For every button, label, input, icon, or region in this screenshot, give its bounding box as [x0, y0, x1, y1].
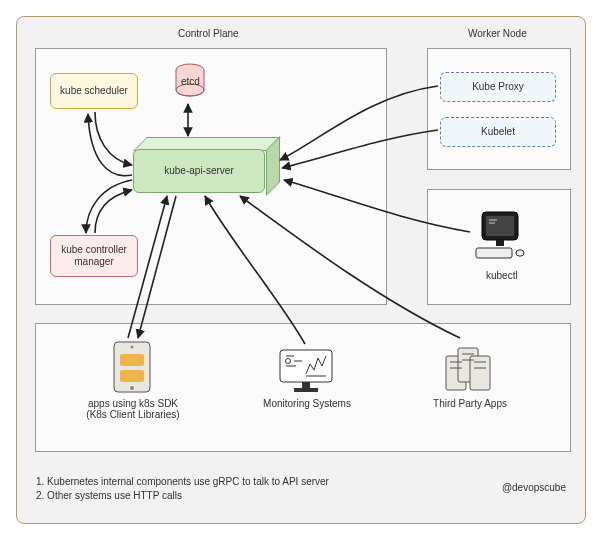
- svg-rect-12: [120, 370, 144, 382]
- tablet-icon: [110, 340, 154, 396]
- svg-rect-6: [496, 240, 504, 246]
- svg-rect-24: [470, 356, 490, 390]
- kube-api-server-box: kube-api-server: [133, 149, 265, 193]
- kubelet-label: Kubelet: [481, 126, 515, 138]
- worker-node-title: Worker Node: [468, 28, 527, 39]
- svg-rect-8: [516, 250, 524, 256]
- kube-scheduler-box: kube scheduler: [50, 73, 138, 109]
- etcd-label: etcd: [181, 76, 200, 87]
- sdk-label-1: apps using k8s SDK: [88, 398, 178, 409]
- sdk-label: apps using k8s SDK (K8s Client Libraries…: [73, 398, 193, 420]
- sdk-label-2: (K8s Client Libraries): [86, 409, 179, 420]
- kube-controller-manager-label: kube controller manager: [53, 244, 135, 268]
- kube-api-server-label: kube-api-server: [164, 165, 233, 177]
- footer-line-1: 1. Kubernetes internal components use gR…: [36, 476, 329, 487]
- svg-point-10: [131, 346, 134, 349]
- kube-scheduler-label: kube scheduler: [60, 85, 128, 97]
- servers-icon: [440, 340, 496, 396]
- computer-icon: [472, 208, 528, 264]
- monitor-icon: [276, 346, 336, 396]
- svg-rect-3: [486, 216, 514, 236]
- svg-rect-11: [120, 354, 144, 366]
- kubelet-box: Kubelet: [440, 117, 556, 147]
- monitoring-label: Monitoring Systems: [247, 398, 367, 409]
- kube-proxy-label: Kube Proxy: [472, 81, 524, 93]
- kube-controller-manager-box: kube controller manager: [50, 235, 138, 277]
- svg-point-13: [130, 386, 134, 390]
- svg-rect-15: [302, 382, 310, 388]
- svg-rect-7: [476, 248, 512, 258]
- footer-line-2: 2. Other systems use HTTP calls: [36, 490, 182, 501]
- worker-node-region: [427, 48, 571, 170]
- svg-rect-9: [114, 342, 150, 392]
- credit: @devopscube: [502, 482, 566, 493]
- footer-notes: 1. Kubernetes internal components use gR…: [36, 475, 329, 503]
- control-plane-title: Control Plane: [178, 28, 239, 39]
- kube-proxy-box: Kube Proxy: [440, 72, 556, 102]
- svg-rect-16: [294, 388, 318, 392]
- kubectl-label: kubectl: [486, 270, 518, 281]
- third-party-label: Third Party Apps: [410, 398, 530, 409]
